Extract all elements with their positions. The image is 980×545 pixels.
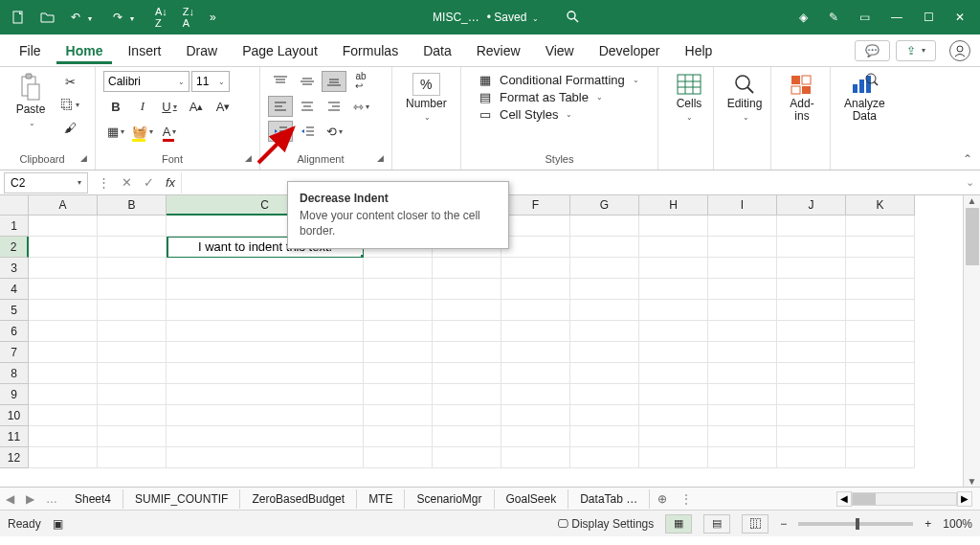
cell[interactable]	[777, 426, 846, 447]
cell[interactable]	[570, 447, 639, 468]
cell[interactable]	[98, 426, 167, 447]
paste-button[interactable]: Paste⌄	[8, 71, 54, 130]
cell[interactable]	[708, 258, 777, 279]
comments-button[interactable]: 💬	[855, 40, 890, 61]
font-launcher-icon[interactable]: ◢	[245, 153, 252, 163]
row-header-7[interactable]: 7	[0, 342, 29, 363]
number-format-button[interactable]: % Number⌄	[400, 71, 453, 125]
cell[interactable]	[570, 363, 639, 384]
cell[interactable]	[501, 258, 570, 279]
zoom-level[interactable]: 100%	[943, 517, 972, 531]
cell[interactable]	[167, 363, 364, 384]
cell[interactable]	[639, 363, 708, 384]
increase-indent-icon[interactable]	[295, 121, 320, 142]
cell[interactable]	[777, 342, 846, 363]
cell[interactable]	[846, 279, 915, 300]
cell[interactable]	[570, 279, 639, 300]
cell[interactable]	[501, 426, 570, 447]
row-header-6[interactable]: 6	[0, 321, 29, 342]
cell[interactable]	[29, 405, 98, 426]
more-icon[interactable]: »	[204, 7, 222, 28]
cell[interactable]	[639, 342, 708, 363]
sheet-tab[interactable]: SUMIF_COUNTIF	[123, 489, 240, 509]
cell[interactable]	[777, 405, 846, 426]
merge-center-icon[interactable]: ⇿▾	[348, 96, 373, 117]
premium-icon[interactable]: ◈	[790, 5, 817, 30]
cell[interactable]	[433, 300, 501, 321]
cell[interactable]	[433, 258, 501, 279]
cell[interactable]	[29, 300, 98, 321]
minimize-button[interactable]: —	[881, 5, 912, 30]
decrease-font-icon[interactable]: A▾	[211, 96, 235, 117]
row-header-2[interactable]: 2	[0, 237, 29, 258]
cell[interactable]	[364, 279, 433, 300]
cell[interactable]	[98, 363, 167, 384]
cell[interactable]	[777, 216, 846, 237]
cell[interactable]	[98, 237, 167, 258]
tab-view[interactable]: View	[536, 37, 584, 64]
cell[interactable]	[708, 321, 777, 342]
cell[interactable]	[501, 363, 570, 384]
maximize-button[interactable]: ☐	[914, 5, 944, 30]
tab-home[interactable]: Home	[56, 37, 113, 64]
cell[interactable]	[570, 216, 639, 237]
share-button[interactable]: ⇪ ▾	[896, 40, 936, 61]
cell[interactable]	[167, 342, 364, 363]
tab-data[interactable]: Data	[413, 37, 461, 64]
sheet-nav-more-icon[interactable]: …	[40, 492, 63, 506]
col-header-A[interactable]: A	[29, 195, 98, 216]
cell[interactable]	[364, 321, 433, 342]
name-box[interactable]: C2▾	[4, 172, 88, 193]
cell[interactable]	[98, 216, 167, 237]
cell[interactable]	[98, 447, 167, 468]
cell[interactable]	[639, 258, 708, 279]
align-top-icon[interactable]	[268, 71, 293, 92]
cell-styles-button[interactable]: ▭Cell Styles⌄	[477, 107, 639, 122]
undo-icon[interactable]: ↶▾	[65, 7, 103, 28]
cell[interactable]	[777, 321, 846, 342]
font-color-icon[interactable]: A▾	[157, 121, 182, 142]
cell[interactable]	[98, 258, 167, 279]
decrease-indent-icon[interactable]	[268, 121, 293, 142]
cell[interactable]	[708, 363, 777, 384]
cell[interactable]	[98, 405, 167, 426]
cell[interactable]	[98, 342, 167, 363]
row-header-5[interactable]: 5	[0, 300, 29, 321]
cell[interactable]	[570, 342, 639, 363]
cancel-icon[interactable]: ✕	[116, 175, 138, 190]
cell[interactable]	[167, 321, 364, 342]
cell[interactable]	[639, 426, 708, 447]
cell[interactable]	[98, 300, 167, 321]
cell[interactable]	[846, 216, 915, 237]
cell[interactable]	[846, 363, 915, 384]
cell[interactable]	[708, 405, 777, 426]
editing-button[interactable]: Editing⌄	[722, 71, 768, 125]
addins-button[interactable]: Add-ins	[779, 71, 825, 125]
cell[interactable]	[433, 279, 501, 300]
cell[interactable]	[433, 342, 501, 363]
zoom-out-icon[interactable]: −	[780, 517, 787, 531]
alignment-launcher-icon[interactable]: ◢	[377, 153, 384, 163]
zoom-slider[interactable]	[798, 522, 913, 526]
cell[interactable]	[846, 237, 915, 258]
bold-button[interactable]: B	[103, 96, 128, 117]
col-header-H[interactable]: H	[639, 195, 708, 216]
cell[interactable]	[639, 237, 708, 258]
fx-icon[interactable]: fx	[160, 175, 181, 190]
cell[interactable]	[570, 321, 639, 342]
cell[interactable]	[639, 384, 708, 405]
horizontal-scrollbar[interactable]: ◀▶	[698, 491, 980, 507]
cell[interactable]	[29, 237, 98, 258]
format-as-table-button[interactable]: ▤Format as Table⌄	[477, 90, 639, 104]
tab-help[interactable]: Help	[676, 37, 723, 64]
analyze-data-button[interactable]: AnalyzeData	[838, 71, 891, 125]
cell[interactable]	[501, 300, 570, 321]
cell[interactable]	[98, 279, 167, 300]
cell[interactable]	[433, 405, 501, 426]
cell[interactable]	[777, 363, 846, 384]
fill-color-icon[interactable]: 🧺▾	[130, 121, 155, 142]
cell[interactable]	[98, 321, 167, 342]
page-layout-view-icon[interactable]: ▤	[703, 514, 730, 534]
cell[interactable]	[639, 405, 708, 426]
sheet-nav-next-icon[interactable]: ▶	[20, 492, 40, 506]
